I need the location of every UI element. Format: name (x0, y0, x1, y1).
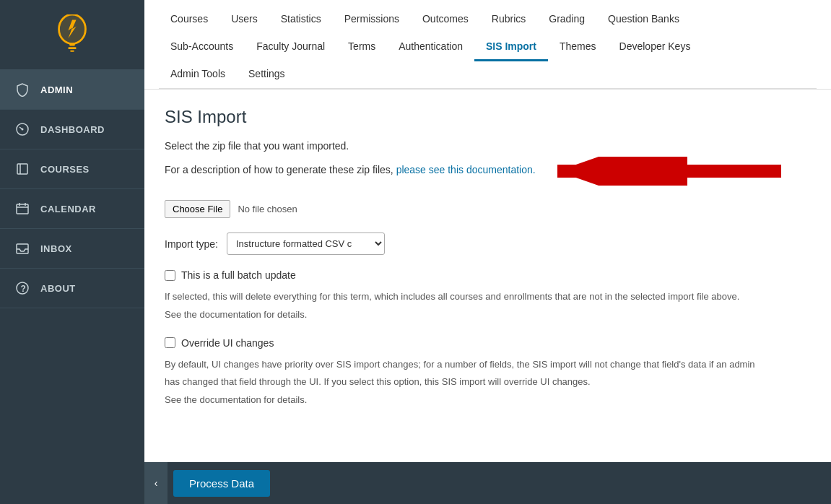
file-choose-area: Choose File No file chosen (165, 200, 811, 218)
svg-text:?: ? (21, 284, 27, 294)
nav-developer-keys[interactable]: Developer Keys (608, 33, 702, 61)
checkbox2-detail3: See the documentation for details. (165, 393, 811, 408)
book-icon (14, 161, 30, 177)
process-data-button[interactable]: Process Data (173, 470, 270, 497)
svg-rect-10 (17, 204, 28, 214)
collapse-icon: ‹ (155, 477, 158, 489)
nav-sis-import[interactable]: SIS Import (474, 33, 548, 61)
checkbox2-detail2: has changed that field through the UI. I… (165, 375, 811, 390)
nav-settings[interactable]: Settings (237, 61, 297, 89)
calendar-icon (14, 201, 30, 217)
checkbox2-detail1: By default, UI changes have priority ove… (165, 357, 811, 373)
desc1: Select the zip file that you want import… (165, 139, 811, 154)
nav-admin-tools[interactable]: Admin Tools (159, 61, 237, 89)
bottom-bar: ‹ Process Data (144, 462, 831, 504)
checkbox1-label: This is a full batch update (181, 269, 296, 281)
logo-icon (54, 14, 90, 58)
svg-rect-3 (69, 44, 74, 46)
sidebar-item-admin-label: ADMIN (40, 84, 73, 95)
inbox-icon (14, 240, 30, 256)
svg-rect-8 (17, 164, 27, 174)
sidebar-item-courses[interactable]: COURSES (0, 149, 144, 189)
nav-statistics[interactable]: Statistics (269, 6, 333, 34)
nav-terms[interactable]: Terms (336, 33, 387, 61)
desc2: For a description of how to generate the… (165, 162, 536, 178)
documentation-link[interactable]: please see this documentation. (396, 164, 536, 175)
checkbox2-row: Override UI changes (165, 337, 811, 349)
nav-question-banks[interactable]: Question Banks (596, 6, 691, 34)
nav-row-3: Admin Tools Settings (159, 61, 817, 89)
nav-row-2: Sub-Accounts Faculty Journal Terms Authe… (159, 33, 817, 61)
red-arrow-icon (550, 157, 788, 186)
svg-point-7 (22, 129, 24, 131)
checkbox2-label: Override UI changes (181, 337, 274, 349)
import-type-select[interactable]: Instructure formatted CSV c (227, 233, 385, 255)
checkbox1-detail2: See the documentation for details. (165, 308, 811, 323)
dashboard-icon (14, 121, 30, 137)
sidebar-item-inbox-label: INBOX (40, 243, 72, 254)
nav-rubrics[interactable]: Rubrics (480, 6, 537, 34)
nav-sub-accounts[interactable]: Sub-Accounts (159, 33, 245, 61)
logo-area (0, 0, 144, 70)
sidebar-item-dashboard-label: DASHBOARD (40, 124, 105, 135)
nav-faculty-journal[interactable]: Faculty Journal (245, 33, 336, 61)
svg-rect-5 (70, 51, 74, 52)
arrow-container: For a description of how to generate the… (165, 157, 811, 186)
sidebar-item-admin[interactable]: ADMIN (0, 70, 144, 110)
shield-icon (14, 82, 30, 97)
checkbox1-section: This is a full batch update If selected,… (165, 269, 811, 323)
import-type-label: Import type: (165, 238, 218, 250)
sidebar: ADMIN DASHBOARD COURSES CALENDAR INBOX (0, 0, 144, 504)
sidebar-item-about-label: ABOUT (40, 283, 76, 294)
checkbox1-detail1: If selected, this will delete everything… (165, 290, 811, 305)
nav-authentication[interactable]: Authentication (387, 33, 474, 61)
top-nav: Courses Users Statistics Permissions Out… (144, 0, 831, 90)
no-file-text: No file chosen (238, 204, 297, 214)
collapse-button[interactable]: ‹ (144, 462, 167, 504)
sidebar-item-about[interactable]: ? ABOUT (0, 269, 144, 308)
override-ui-checkbox[interactable] (165, 337, 175, 348)
sidebar-item-calendar-label: CALENDAR (40, 204, 96, 214)
nav-outcomes[interactable]: Outcomes (411, 6, 480, 34)
nav-users[interactable]: Users (219, 6, 269, 34)
full-batch-checkbox[interactable] (165, 270, 175, 281)
content-area: SIS Import Select the zip file that you … (144, 90, 831, 462)
nav-permissions[interactable]: Permissions (333, 6, 411, 34)
import-type-row: Import type: Instructure formatted CSV c (165, 233, 811, 255)
sidebar-item-calendar[interactable]: CALENDAR (0, 189, 144, 229)
checkbox2-section: Override UI changes By default, UI chang… (165, 337, 811, 408)
svg-rect-4 (68, 47, 76, 49)
sidebar-item-courses-label: COURSES (40, 164, 90, 175)
checkbox1-row: This is a full batch update (165, 269, 811, 281)
nav-row-1: Courses Users Statistics Permissions Out… (159, 0, 817, 33)
nav-courses[interactable]: Courses (159, 6, 219, 34)
sidebar-item-inbox[interactable]: INBOX (0, 229, 144, 269)
main-area: Courses Users Statistics Permissions Out… (144, 0, 831, 504)
sidebar-item-dashboard[interactable]: DASHBOARD (0, 110, 144, 149)
help-icon: ? (14, 280, 30, 296)
page-title: SIS Import (165, 107, 811, 127)
nav-themes[interactable]: Themes (548, 33, 608, 61)
nav-grading[interactable]: Grading (537, 6, 596, 34)
choose-file-button[interactable]: Choose File (165, 200, 230, 218)
sidebar-nav: ADMIN DASHBOARD COURSES CALENDAR INBOX (0, 70, 144, 504)
